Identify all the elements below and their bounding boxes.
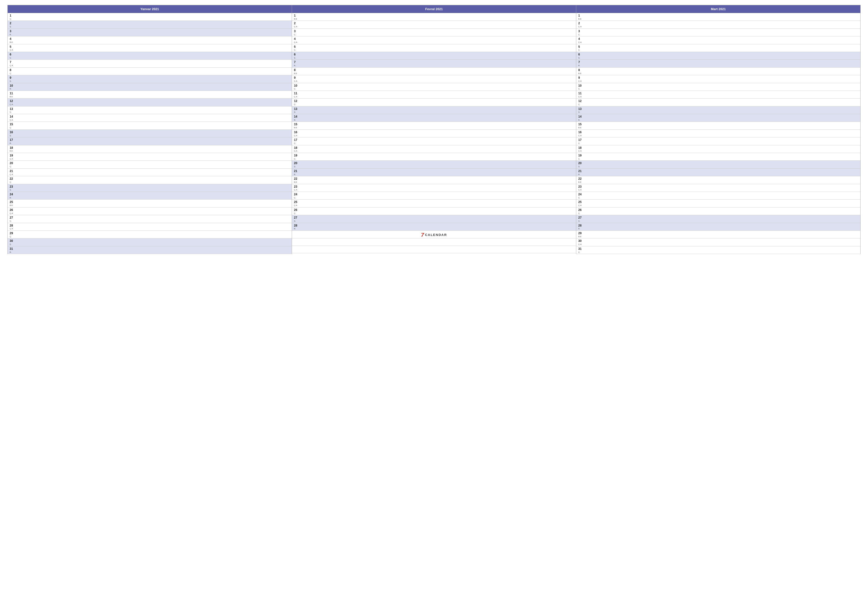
day-row: 6Ş. [576,52,860,60]
day-row: 6Ç. [8,52,292,60]
day-number: 28 [578,224,859,228]
day-label: Ç. [10,220,290,222]
day-number: 14 [294,115,575,119]
day-label: Ç. [10,18,290,20]
day-row: 29Ç. [8,231,292,238]
day-row: 17Ç. [292,137,576,145]
day-label: Ç.A [578,243,859,246]
day-label: Ç.A [578,134,859,137]
day-row: 7B. [292,60,576,67]
day-row: 25B.E [8,199,292,207]
day-number: 11 [294,91,575,96]
day-number: 16 [294,130,575,134]
day-label: Ç.A [10,227,290,230]
day-number: 27 [578,216,859,220]
day-row: 19Ç.A [8,153,292,161]
day-row: 26Ç.A [8,207,292,215]
day-label: B. [578,119,859,121]
day-label: Ş. [578,111,859,113]
day-row: 1B.E [292,13,576,21]
day-row: 13Ş. [292,106,576,114]
day-label: Ş. [10,134,290,137]
day-row: 21B. [576,169,860,176]
day-number: 16 [578,130,859,134]
day-label: B. [578,173,859,176]
day-number: 26 [10,208,290,212]
day-number: 18 [10,146,290,150]
day-label: Ç. [578,197,859,199]
day-number: 10 [10,84,290,88]
day-number: 20 [578,161,859,165]
day-number: 5 [294,45,575,49]
day-row: 27Ç. [8,215,292,223]
day-number: 7 [294,60,575,64]
day-row: 8Ç. [8,68,292,75]
day-row: 22B.E [576,176,860,184]
day-label: Ç. [578,49,859,51]
day-label: Ç.A [578,204,859,207]
day-label: B. [10,88,290,90]
day-row: 30Ç.A [576,238,860,246]
day-label: Ç. [10,111,290,113]
day-number: 4 [10,37,290,41]
day-label: Ç. [10,165,290,168]
day-label: B. [10,33,290,36]
day-number: 14 [10,115,290,119]
day-row: 16Ç.A [576,130,860,137]
day-label: Ç. [578,251,859,253]
day-label: Ç. [10,57,290,59]
calendar-grid: Yanvar 20211Ç.2Ş.3B.4B.E5Ç.A6Ç.7Ç.A8Ç.9Ş… [8,5,860,254]
day-label: Ç.A [10,158,290,160]
day-label: Ç.A [10,49,290,51]
day-number: 20 [294,161,575,165]
day-number: 2 [10,21,290,25]
day-row: 12Ç. [576,98,860,106]
day-row: 5Ç.A [8,44,292,52]
day-row: 3Ç. [292,29,576,36]
day-label: Ç. [294,103,575,106]
day-row: 31Ç. [576,246,860,254]
day-number: 30 [578,239,859,243]
day-number: 19 [578,154,859,158]
day-row: 2Ç.A [576,21,860,28]
day-label: Ç. [578,88,859,90]
day-label: Ç.A [10,64,290,67]
day-label: Ç. [578,158,859,160]
calendar-page: Yanvar 20211Ç.2Ş.3B.4B.E5Ç.A6Ç.7Ç.A8Ç.9Ş… [0,0,868,259]
day-number: 3 [294,29,575,33]
day-label: B.E [294,126,575,129]
day-row: 18Ç.A [576,145,860,153]
day-label: Ç.A [294,134,575,137]
day-row: 8B.E [292,68,576,75]
day-number: 31 [578,247,859,251]
day-label: Ç. [10,72,290,75]
day-label: Ç.A [294,150,575,152]
day-number: 3 [578,29,859,33]
day-label: Ç. [578,142,859,145]
day-number: 28 [294,224,575,228]
day-row: 7Ç.A [8,60,292,67]
day-number: 20 [10,161,290,165]
day-label: Ç.A [578,96,859,98]
day-row: 10B. [8,83,292,91]
day-row: 25Ç.A [292,199,576,207]
day-row: 23Ç.A [576,184,860,192]
day-row: 23Ş. [8,184,292,192]
day-row: 1B.E [576,13,860,21]
day-number: 25 [294,200,575,204]
day-number: 23 [294,185,575,189]
day-number: 14 [578,115,859,119]
month-header-2: Mart 2021 [576,5,860,13]
day-number: 23 [10,185,290,189]
day-row: 21Ç.A [8,169,292,176]
day-row: 15B.E [576,122,860,129]
day-row: 2Ş. [8,21,292,28]
day-label: B.E [578,18,859,20]
day-number: 26 [578,208,859,212]
day-number: 24 [578,192,859,197]
day-row: 18Ç.A [292,145,576,153]
day-label: Ş. [294,165,575,168]
day-label: B.E [294,18,575,20]
day-label: B. [578,227,859,230]
day-label: B. [10,251,290,253]
